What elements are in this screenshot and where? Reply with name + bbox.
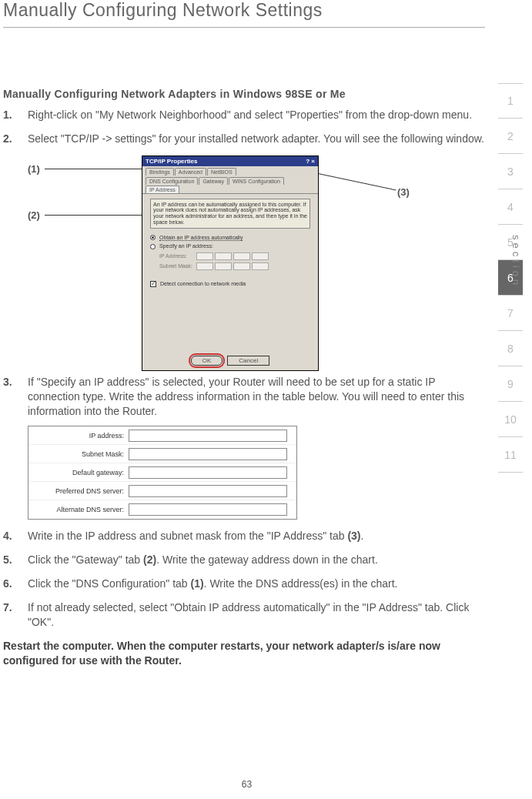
row-subnet-mask-input[interactable]: [129, 448, 287, 460]
section-nav-3[interactable]: 3: [498, 154, 523, 189]
row-ip-address-label: IP address:: [28, 431, 129, 440]
row-default-gateway-label: Default gateway:: [28, 468, 129, 477]
radio-obtain-auto[interactable]: Obtain an IP address automatically: [150, 235, 310, 241]
ip-fields-block: IP Address: Subnet Mask:: [159, 252, 310, 270]
ip-address-label: IP Address:: [159, 253, 196, 259]
tab-advanced[interactable]: Advanced: [175, 168, 206, 176]
step-3: If "Specify an IP address" is selected, …: [3, 375, 485, 520]
section-label: section: [510, 235, 522, 288]
section-nav-8[interactable]: 8: [498, 331, 523, 366]
radio-specify-ip[interactable]: Specify an IP address:: [150, 243, 310, 249]
checkbox-icon: [150, 281, 156, 287]
dialog-help-close: ? ×: [306, 158, 315, 165]
section-nav-1[interactable]: 1: [498, 83, 523, 119]
section-nav-10[interactable]: 10: [498, 402, 523, 437]
step-6-ref: (1): [190, 577, 203, 590]
step-4: Write in the IP address and subnet mask …: [3, 529, 485, 543]
radio-icon: [150, 244, 156, 249]
step-3-text: If "Specify an IP address" is selected, …: [28, 376, 464, 417]
callout-3: (3): [397, 186, 410, 198]
section-subhead: Manually Configuring Network Adapters in…: [3, 88, 485, 100]
dialog-info-text: An IP address can be automatically assig…: [150, 199, 310, 229]
step-4-ref: (3): [347, 530, 360, 542]
callout-line-3: [307, 171, 396, 191]
section-nav: 1 2 3 4 5 6 7 8 9 10 11 section: [498, 83, 532, 473]
page-number: 63: [0, 779, 494, 790]
step-5: Click the "Gateway" tab (2). Write the g…: [3, 553, 485, 567]
ip-address-input[interactable]: [196, 252, 269, 260]
row-default-gateway-input[interactable]: [129, 466, 287, 479]
step-5-ref: (2): [143, 553, 156, 566]
subnet-mask-label: Subnet Mask:: [159, 263, 196, 269]
tab-ip-address[interactable]: IP Address: [146, 186, 179, 193]
section-nav-11[interactable]: 11: [498, 437, 523, 473]
cancel-button[interactable]: Cancel: [227, 356, 269, 366]
row-preferred-dns-input[interactable]: [129, 485, 287, 497]
row-alternate-dns-input[interactable]: [129, 503, 287, 516]
detect-connection-row[interactable]: Detect connection to network media: [150, 281, 310, 287]
tab-dns-configuration[interactable]: DNS Configuration: [146, 177, 198, 185]
dialog-body: An IP address can be automatically assig…: [142, 194, 318, 292]
figure-1-tcpip-dialog: (1) (2) (3) TCP/IP Properties ? × Bindin…: [3, 155, 485, 375]
dialog-tabs: Bindings Advanced NetBIOS DNS Configurat…: [142, 166, 318, 194]
row-subnet-mask-label: Subnet Mask:: [28, 450, 129, 459]
step-5-text-c: . Write the gateway address down in the …: [156, 553, 378, 566]
step-6-text-c: . Write the DNS address(es) in the chart…: [204, 577, 398, 590]
tab-gateway[interactable]: Gateway: [199, 177, 228, 185]
tcpip-properties-dialog: TCP/IP Properties ? × Bindings Advanced …: [142, 155, 319, 371]
ok-button[interactable]: OK: [191, 356, 223, 366]
step-4-text-c: .: [361, 530, 364, 542]
dialog-titlebar: TCP/IP Properties ? ×: [142, 156, 318, 166]
callout-line-2: [45, 215, 142, 216]
callout-2: (2): [28, 209, 40, 221]
steps-list-cont: If "Specify an IP address" is selected, …: [3, 375, 485, 630]
section-nav-2[interactable]: 2: [498, 119, 523, 154]
callout-line-1: [45, 169, 142, 169]
radio-obtain-auto-label: Obtain an IP address automatically: [159, 235, 243, 241]
section-nav-7[interactable]: 7: [498, 296, 523, 331]
row-preferred-dns-label: Preferred DNS server:: [28, 486, 129, 496]
step-6-text-a: Click the "DNS Configuration" tab: [28, 577, 190, 590]
step-2: Select "TCP/IP -> settings" for your ins…: [3, 132, 485, 146]
radio-specify-ip-label: Specify an IP address:: [159, 243, 213, 249]
subnet-mask-input[interactable]: [196, 262, 269, 270]
tab-wins-configuration[interactable]: WINS Configuration: [229, 177, 284, 185]
row-alternate-dns-label: Alternate DNS server:: [28, 505, 129, 514]
page-title: Manually Configuring Network Settings: [3, 0, 485, 28]
step-5-text-a: Click the "Gateway" tab: [28, 553, 143, 566]
step-4-text-a: Write in the IP address and subnet mask …: [28, 530, 347, 542]
detect-connection-label: Detect connection to network media: [160, 281, 246, 286]
section-nav-4[interactable]: 4: [498, 189, 523, 225]
steps-list: Right-click on "My Network Neighborhood"…: [3, 108, 485, 146]
closing-note: Restart the computer. When the computer …: [3, 639, 485, 668]
tab-bindings[interactable]: Bindings: [146, 168, 174, 176]
step-7: If not already selected, select "Obtain …: [3, 600, 485, 630]
address-table: IP address: Subnet Mask: Default gateway…: [28, 426, 297, 520]
radio-icon: [150, 235, 156, 240]
step-1: Right-click on "My Network Neighborhood"…: [3, 108, 485, 122]
step-6: Click the "DNS Configuration" tab (1). W…: [3, 577, 485, 591]
tab-netbios[interactable]: NetBIOS: [207, 168, 236, 176]
callout-1: (1): [28, 163, 40, 175]
row-ip-address-input[interactable]: [129, 430, 287, 442]
dialog-title-text: TCP/IP Properties: [146, 158, 197, 165]
dialog-buttons: OK Cancel: [142, 356, 318, 366]
section-nav-9[interactable]: 9: [498, 366, 523, 402]
